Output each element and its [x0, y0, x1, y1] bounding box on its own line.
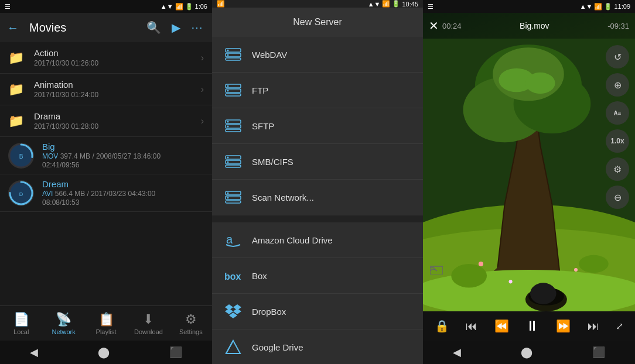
folder-name: Action [34, 48, 201, 58]
status-icons-right: ▲▼ 📶 🔋 1:06 [161, 3, 207, 11]
signal-p3: ▲▼ [580, 3, 593, 10]
svg-rect-15 [226, 94, 241, 96]
search-icon[interactable]: 🔍 [144, 18, 163, 37]
folder-info: Action 2017/10/30 01:26:00 [34, 48, 201, 67]
more-icon[interactable]: ⋯ [189, 18, 205, 37]
playlist-icon: 📋 [98, 312, 114, 327]
clock-p3: 11:09 [614, 3, 630, 10]
wifi-status-icon: 📶 [217, 0, 225, 8]
svg-point-60 [430, 273, 431, 274]
recents-sys-btn[interactable]: ⬛ [169, 346, 182, 359]
page-title: Movies [29, 21, 138, 35]
progress-ring-dream: D [8, 180, 34, 206]
chevron-icon: › [201, 84, 204, 95]
video-controls-bar: 🔒 ⏮ ⏪ ⏸ ⏩ ⏭ ⤢ [423, 311, 635, 341]
pause-button[interactable]: ⏸ [522, 315, 543, 336]
svg-marker-37 [229, 313, 237, 318]
zoom-out-button[interactable]: ⊖ [606, 186, 629, 209]
server-box[interactable]: box Box [212, 258, 423, 294]
server-ftp[interactable]: FTP [212, 73, 423, 108]
speed-button[interactable]: 1.0x [606, 129, 629, 153]
signal-icon: ▲▼ [161, 3, 173, 10]
folder-item-action[interactable]: 📁 Action 2017/10/30 01:26:00 › [0, 42, 212, 74]
chevron-icon: › [201, 116, 204, 126]
file-info-dream: Dream AVI 566.4 MB / 2017/03/23 04:43:00… [42, 179, 204, 207]
svg-text:D: D [19, 191, 23, 197]
svg-point-57 [574, 268, 578, 272]
battery-p3: 🔋 [604, 3, 612, 11]
server-label-ftp: FTP [252, 85, 268, 95]
lock-button[interactable]: 🔒 [431, 317, 453, 335]
nav-label-network: Network [52, 328, 75, 335]
clock-p1: 1:06 [195, 3, 207, 10]
svg-point-19 [227, 126, 229, 128]
file-list: 📁 Action 2017/10/30 01:26:00 › 📁 Animati… [0, 42, 212, 305]
svg-point-14 [227, 90, 229, 92]
folder-meta: 2017/10/30 01:28:00 [34, 122, 201, 131]
cast-icon[interactable] [430, 264, 443, 277]
server-dropbox[interactable]: DropBox [212, 294, 423, 329]
prev-chapter-button[interactable]: ⏮ [462, 317, 481, 335]
status-left-p3: ☰ [428, 3, 433, 11]
filename-big: Big [42, 142, 204, 152]
play-icon[interactable]: ▶ [169, 18, 183, 37]
filemeta-dream: AVI 566.4 MB / 2017/03/23 04:43:00 [42, 190, 204, 198]
video-area[interactable]: ✕ 00:24 Big.mov -09:31 [423, 13, 635, 311]
video-filename: Big.mov [462, 21, 608, 30]
forward-button[interactable]: ⏩ [552, 317, 574, 335]
fullscreen-button[interactable]: ⤢ [612, 318, 627, 334]
server-icon-amazon: a [224, 231, 243, 249]
server-sftp[interactable]: SFTP [212, 108, 423, 144]
recents-sys-btn-p3[interactable]: ⬛ [592, 346, 605, 359]
file-item-dream[interactable]: D Dream AVI 566.4 MB / 2017/03/23 04:43:… [0, 174, 212, 212]
server-amazon[interactable]: a Amazon Cloud Drive [212, 222, 423, 258]
server-gdrive[interactable]: Google Drive [212, 329, 423, 364]
settings-icon: ⚙ [185, 312, 197, 327]
battery-icon: 🔋 [185, 3, 193, 11]
clock-p2: 10:45 [402, 1, 418, 8]
subtitle-button[interactable]: A≡ [606, 101, 629, 125]
signal-p2: ▲▼ [368, 1, 381, 8]
server-divider [212, 215, 423, 222]
server-smb[interactable]: SMB/CIFS [212, 144, 423, 180]
svg-rect-25 [226, 165, 241, 167]
video-close-button[interactable]: ✕ [429, 19, 439, 33]
back-sys-btn[interactable]: ◀ [30, 346, 38, 359]
android-icon-p3: ☰ [428, 3, 433, 11]
svg-point-17 [227, 121, 229, 123]
folder-item-animation[interactable]: 📁 Animation 2017/10/30 01:24:00 › [0, 74, 212, 105]
server-scan[interactable]: Scan Network... [212, 180, 423, 215]
home-sys-btn-p3[interactable]: ⬤ [521, 346, 532, 359]
rewind-button[interactable]: ⏪ [491, 317, 513, 335]
server-label-scan: Scan Network... [252, 193, 314, 202]
back-button[interactable]: ← [7, 21, 19, 35]
android-icon: ☰ [5, 3, 11, 11]
nav-playlist[interactable]: 📋 Playlist [85, 308, 127, 339]
nav-settings[interactable]: ⚙ Settings [170, 308, 212, 339]
bottom-nav-p1: 📄 Local 📡 Network 📋 Playlist ⬇ Download … [0, 305, 212, 341]
folder-item-drama[interactable]: 📁 Drama 2017/10/30 01:28:00 › [0, 105, 212, 137]
settings-button[interactable]: ⚙ [606, 157, 629, 181]
next-chapter-button[interactable]: ⏭ [584, 317, 603, 335]
server-label-box: Box [252, 271, 267, 281]
file-item-big[interactable]: B Big MOV 397.4 MB / 2008/05/27 18:46:00… [0, 137, 212, 174]
svg-marker-36 [233, 308, 241, 314]
server-webdav[interactable]: WebDAV [212, 37, 423, 73]
back-sys-btn-p3[interactable]: ◀ [453, 346, 461, 359]
chevron-icon: › [201, 53, 204, 63]
server-label-sftp: SFTP [252, 121, 274, 131]
nav-network[interactable]: 📡 Network [42, 308, 84, 339]
status-bar-panel1: ☰ ▲▼ 📶 🔋 1:06 [0, 0, 212, 13]
nav-local[interactable]: 📄 Local [0, 308, 42, 339]
home-sys-btn[interactable]: ⬤ [98, 346, 110, 359]
svg-point-27 [227, 193, 229, 194]
wifi-icon: 📶 [175, 3, 183, 11]
svg-point-9 [227, 54, 229, 56]
svg-rect-10 [226, 58, 241, 60]
nav-download[interactable]: ⬇ Download [127, 308, 169, 339]
replay-button[interactable]: ↺ [606, 45, 629, 68]
server-label-amazon: Amazon Cloud Drive [252, 235, 333, 245]
nav-label-settings: Settings [179, 328, 203, 335]
nav-label-download: Download [134, 328, 163, 335]
zoom-in-button[interactable]: ⊕ [606, 73, 629, 97]
